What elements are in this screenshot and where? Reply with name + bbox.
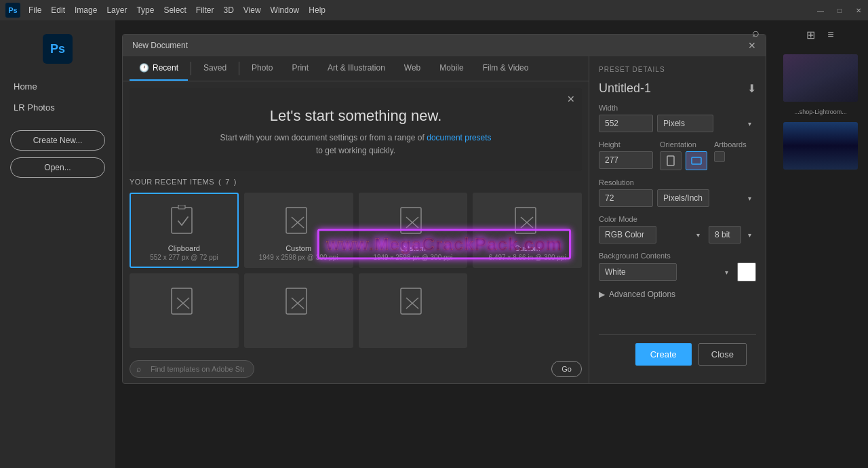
grid-view-icon[interactable]: ⊞ <box>803 27 818 42</box>
dialog-left: 🕐 Recent Saved Photo Print Art & Illustr… <box>123 56 589 383</box>
preset-footer: Create Close <box>599 334 756 374</box>
menu-image[interactable]: Image <box>75 5 97 15</box>
menu-type[interactable]: Type <box>136 5 154 15</box>
portrait-button[interactable] <box>660 151 682 170</box>
create-button[interactable]: Create <box>635 343 692 366</box>
resolution-unit-wrap: Pixels/Inch Pixels/Cm <box>657 189 756 207</box>
color-bit-select[interactable]: 8 bit 16 bit 32 bit <box>709 226 741 243</box>
artboards-checkbox[interactable] <box>714 151 725 162</box>
recent-item-6[interactable] <box>359 273 468 348</box>
resolution-label: Resolution <box>599 178 756 187</box>
orientation-field: Orientation <box>660 140 707 170</box>
tab-divider <box>191 62 191 75</box>
artboards-label: Artboards <box>714 140 747 149</box>
custom-doc-icon-4 <box>167 284 200 319</box>
color-bit-wrap: 8 bit 16 bit 32 bit <box>709 226 756 243</box>
custom-doc-icon-2 <box>397 203 429 239</box>
recent-item-clipboard[interactable]: Clipboard 552 x 277 px @ 72 ppi <box>130 193 239 268</box>
height-label: Height <box>599 140 653 149</box>
menu-help[interactable]: Help <box>309 5 326 15</box>
right-panel: ⊞ ≡ ...shop-Lightroom... <box>773 20 868 468</box>
app-body: Ps Home LR Photos Create New... Open... … <box>0 20 868 468</box>
recent-item-3[interactable]: Custom 6.497 x 8.66 in @ 300 ppi <box>473 193 582 268</box>
tabs-bar: 🕐 Recent Saved Photo Print Art & Illustr… <box>123 56 589 81</box>
search-input[interactable] <box>130 360 254 378</box>
svg-rect-17 <box>401 288 421 314</box>
recent-clock-icon: 🕐 <box>139 63 149 73</box>
advanced-options-toggle[interactable]: ▶ Advanced Options <box>599 290 756 299</box>
menu-view[interactable]: View <box>243 5 261 15</box>
minimize-button[interactable]: — <box>816 6 825 14</box>
recent-item-2[interactable]: Custom 1949 x 2598 px @ 300 ppi <box>359 193 468 268</box>
sidebar: Ps Home LR Photos Create New... Open... <box>0 20 115 468</box>
tab-photo[interactable]: Photo <box>242 56 282 81</box>
recent-item-label-1: Custom <box>285 244 311 252</box>
bg-select[interactable]: White Black Transparent Background Color <box>599 263 677 281</box>
tab-print[interactable]: Print <box>282 56 318 81</box>
color-mode-select[interactable]: RGB Color CMYK Color Grayscale <box>599 226 656 243</box>
orientation-label: Orientation <box>660 140 707 149</box>
chevron-right-icon: ▶ <box>599 290 605 299</box>
recent-item-4[interactable] <box>130 273 239 348</box>
thumbnail-2[interactable] <box>783 122 858 170</box>
width-unit-select[interactable]: Pixels Inches Centimeters <box>657 115 713 132</box>
tab-art[interactable]: Art & Illustration <box>318 56 395 81</box>
sidebar-item-lr-photos[interactable]: LR Photos <box>7 98 108 117</box>
orientation-buttons <box>660 151 707 170</box>
color-mode-field: Color Mode RGB Color CMYK Color Grayscal… <box>599 215 756 243</box>
list-view-icon[interactable]: ≡ <box>823 27 838 42</box>
recent-item-label-2: Custom <box>400 244 426 252</box>
preset-name: Untitled-1 <box>599 81 651 96</box>
hero-close-icon[interactable]: ✕ <box>567 94 575 104</box>
width-input[interactable] <box>599 115 653 132</box>
thumbnail-1[interactable] <box>783 54 858 102</box>
custom-doc-icon-3 <box>511 203 544 239</box>
clipboard-doc-icon <box>167 203 200 239</box>
create-new-button[interactable]: Create New... <box>10 130 105 151</box>
sidebar-logo: Ps <box>43 34 73 64</box>
save-preset-icon[interactable]: ⬇ <box>747 82 756 95</box>
close-window-button[interactable]: ✕ <box>854 6 863 14</box>
width-label: Width <box>599 104 756 112</box>
resolution-row: Pixels/Inch Pixels/Cm <box>599 189 756 207</box>
width-unit-select-wrap: Pixels Inches Centimeters <box>657 115 756 132</box>
tab-film[interactable]: Film & Video <box>473 56 538 81</box>
bg-color-swatch[interactable] <box>737 262 756 281</box>
landscape-button[interactable] <box>686 151 707 170</box>
dialog-title: New Document <box>132 41 188 50</box>
recent-item-1[interactable]: Custom 1949 x 2598 px @ 300 ppi <box>244 193 353 268</box>
dialog-body: 🕐 Recent Saved Photo Print Art & Illustr… <box>123 56 766 383</box>
tab-mobile[interactable]: Mobile <box>430 56 473 81</box>
menu-layer[interactable]: Layer <box>106 5 127 15</box>
top-search-icon[interactable]: ⌕ <box>752 26 760 40</box>
close-button[interactable]: Close <box>698 343 747 366</box>
menu-select[interactable]: Select <box>163 5 186 15</box>
recent-item-5[interactable] <box>244 273 353 348</box>
hero-presets-link[interactable]: document presets <box>427 133 491 142</box>
tab-saved[interactable]: Saved <box>194 56 236 81</box>
svg-rect-8 <box>515 208 536 233</box>
height-input[interactable] <box>599 151 653 169</box>
menu-edit[interactable]: Edit <box>51 5 65 15</box>
menu-window[interactable]: Window <box>271 5 300 15</box>
ps-logo-titlebar: Ps <box>5 3 20 18</box>
maximize-button[interactable]: □ <box>835 6 844 14</box>
svg-rect-21 <box>692 157 701 164</box>
recent-item-label-3: Custom <box>515 244 540 252</box>
recent-item-sub-3: 6.497 x 8.66 in @ 300 ppi <box>489 254 566 261</box>
height-field: Height <box>599 140 653 169</box>
tab-web[interactable]: Web <box>395 56 430 81</box>
menu-3d[interactable]: 3D <box>223 5 233 15</box>
resolution-input[interactable] <box>599 189 653 207</box>
hero-heading: Let's start something new. <box>143 107 568 125</box>
tab-recent[interactable]: 🕐 Recent <box>130 56 188 81</box>
dialog-title-close-icon[interactable]: ✕ <box>748 40 756 51</box>
width-row: Pixels Inches Centimeters <box>599 115 756 132</box>
menu-file[interactable]: File <box>28 5 41 15</box>
sidebar-item-home[interactable]: Home <box>7 77 108 96</box>
go-button[interactable]: Go <box>551 361 582 377</box>
resolution-unit-select[interactable]: Pixels/Inch Pixels/Cm <box>657 189 709 207</box>
menu-filter[interactable]: Filter <box>196 5 214 15</box>
preset-panel: PRESET DETAILS Untitled-1 ⬇ Width Pixels <box>589 56 766 383</box>
open-button[interactable]: Open... <box>10 157 105 178</box>
